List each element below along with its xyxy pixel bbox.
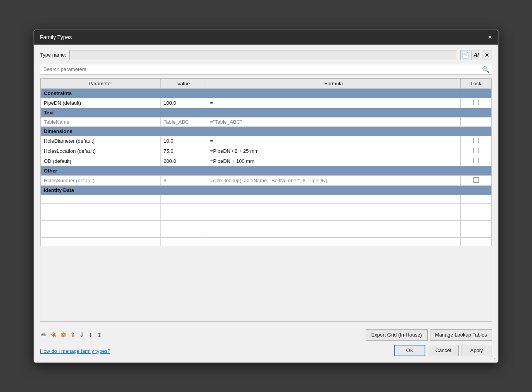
- delete-type-icon: ✕: [485, 52, 489, 58]
- empty-row: [41, 220, 492, 229]
- col-header-value: Value: [160, 78, 207, 88]
- value-cell: 100.0: [160, 98, 207, 108]
- section-label: Other: [41, 166, 492, 175]
- formula-cell: ="Table_ABC": [207, 117, 460, 126]
- lock-cell: [461, 98, 492, 108]
- params-table: Parameter Value Formula Lock Constraints…: [40, 78, 492, 246]
- table-row: OD (default)200.0=PipeDN + 100 mm: [41, 156, 492, 166]
- lock-checkbox[interactable]: [473, 148, 479, 153]
- footer-buttons: OK Cancel Apply: [394, 345, 492, 356]
- section-header-constraints: Constraints: [41, 88, 492, 98]
- toolbar-right: Export Grid (In-House) Manage Lookup Tab…: [366, 329, 492, 341]
- sort-az-icon[interactable]: ↧: [87, 331, 94, 339]
- table-header-row: Parameter Value Formula Lock: [41, 78, 492, 88]
- col-header-formula: Formula: [207, 78, 460, 88]
- section-label: Dimensions: [41, 126, 492, 136]
- bottom-toolbar: ✏ ❀ ❁ ⇑ ⇓ ↧ ↥ Export Grid (In-House) Man…: [40, 326, 492, 342]
- empty-row: [41, 229, 492, 237]
- sort-za-icon[interactable]: ↥: [96, 331, 103, 339]
- ok-button[interactable]: OK: [394, 345, 425, 356]
- empty-row: [41, 237, 492, 246]
- empty-row: [41, 195, 492, 203]
- edit-icon[interactable]: ✏: [40, 330, 48, 340]
- type-name-icons: 📄 AI ✕: [460, 50, 492, 60]
- family-types-dialog: Family Types × Type name: 📄 AI ✕ �: [33, 29, 499, 363]
- rename-type-button[interactable]: AI: [471, 50, 481, 60]
- value-cell: 8: [160, 175, 207, 185]
- formula-cell: =PipeDN + 100 mm: [207, 156, 460, 166]
- title-bar: Family Types ×: [34, 30, 498, 45]
- toolbar-left: ✏ ❀ ❁ ⇑ ⇓ ↧ ↥: [40, 330, 103, 340]
- dialog-body: Type name: 📄 AI ✕ 🔍: [34, 45, 498, 363]
- apply-button[interactable]: Apply: [461, 345, 492, 356]
- lock-checkbox[interactable]: [473, 100, 479, 105]
- footer-row: How do I manage family types? OK Cancel …: [40, 342, 492, 357]
- new-type-button[interactable]: 📄: [460, 50, 470, 60]
- dialog-title: Family Types: [40, 34, 72, 40]
- table-row: TableNameTable_ABC="Table_ABC": [41, 117, 492, 126]
- formula-cell: =size_lookup(TableName, "BoltNumber", 8,…: [207, 175, 460, 185]
- value-cell: Table_ABC: [160, 117, 207, 126]
- type-name-row: Type name: 📄 AI ✕: [40, 50, 492, 60]
- param-cell: HolesLocation (default): [41, 146, 161, 156]
- param-cell: TableName: [41, 117, 161, 126]
- empty-row: [41, 203, 492, 212]
- export-grid-button[interactable]: Export Grid (In-House): [366, 329, 428, 341]
- search-row: 🔍: [40, 64, 492, 75]
- formula-cell: =PipeDN / 2 + 25 mm: [207, 146, 460, 156]
- table-row: PipeDN (default)100.0=: [41, 98, 492, 108]
- delete-param-icon[interactable]: ❁: [59, 330, 67, 340]
- new-type-icon: 📄: [461, 51, 469, 59]
- col-header-lock: Lock: [461, 78, 492, 88]
- lock-cell: [461, 117, 492, 126]
- param-cell: HoleDiameter (default): [41, 136, 161, 146]
- section-header-other: Other: [41, 166, 492, 175]
- type-name-input[interactable]: [69, 50, 457, 60]
- lock-checkbox[interactable]: [473, 138, 479, 143]
- formula-cell: =: [207, 136, 460, 146]
- value-cell: 10.0: [160, 136, 207, 146]
- table-row: HolesLocation (default)75.0=PipeDN / 2 +…: [41, 146, 492, 156]
- help-link[interactable]: How do I manage family types?: [40, 348, 110, 354]
- value-cell: 200.0: [160, 156, 207, 166]
- lock-cell: [461, 156, 492, 166]
- lock-cell: [461, 146, 492, 156]
- lock-cell: [461, 136, 492, 146]
- value-cell: 75.0: [160, 146, 207, 156]
- param-cell: PipeDN (default): [41, 98, 161, 108]
- formula-cell: =: [207, 98, 460, 108]
- table-row: HolesNumber (default)8=size_lookup(Table…: [41, 175, 492, 185]
- section-header-dimensions: Dimensions: [41, 126, 492, 136]
- section-label: Constraints: [41, 88, 492, 98]
- lock-cell: [461, 175, 492, 185]
- section-header-text: Text: [41, 108, 492, 117]
- empty-row: [41, 212, 492, 220]
- manage-lookup-button[interactable]: Manage Lookup Tables: [430, 329, 492, 341]
- params-table-wrapper: Parameter Value Formula Lock Constraints…: [40, 78, 492, 322]
- move-param-up-icon[interactable]: ⇑: [69, 330, 76, 339]
- param-cell: HolesNumber (default): [41, 175, 161, 185]
- col-header-parameter: Parameter: [41, 78, 161, 88]
- close-button[interactable]: ×: [488, 34, 492, 41]
- resize-handle[interactable]: ⋱: [492, 356, 497, 361]
- new-param-icon[interactable]: ❀: [50, 330, 58, 340]
- search-icon: 🔍: [482, 66, 490, 73]
- table-row: HoleDiameter (default)10.0=: [41, 136, 492, 146]
- section-label: Identity Data: [41, 185, 492, 195]
- search-input[interactable]: [40, 64, 492, 75]
- lock-checkbox[interactable]: [473, 177, 479, 183]
- move-param-down-icon[interactable]: ⇓: [78, 330, 85, 339]
- delete-type-button[interactable]: ✕: [482, 50, 492, 60]
- rename-icon: AI: [474, 52, 479, 58]
- lock-checkbox[interactable]: [473, 158, 479, 163]
- cancel-button[interactable]: Cancel: [428, 345, 459, 356]
- section-label: Text: [41, 108, 492, 117]
- type-name-label: Type name:: [40, 52, 66, 58]
- param-cell: OD (default): [41, 156, 161, 166]
- section-header-identity-data: Identity Data: [41, 185, 492, 195]
